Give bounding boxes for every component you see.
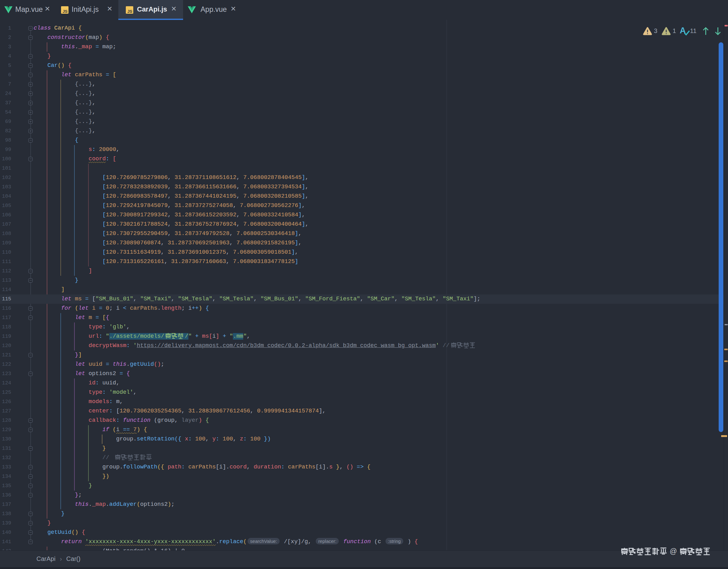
svg-text:JS: JS xyxy=(63,9,68,14)
svg-text:JS: JS xyxy=(127,9,132,14)
